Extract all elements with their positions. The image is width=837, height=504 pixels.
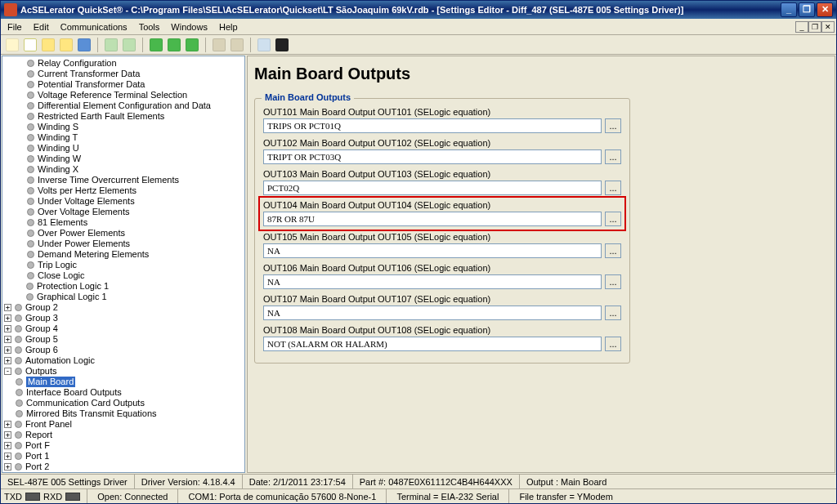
sync-icon[interactable] [186, 38, 199, 51]
tree-item[interactable]: Automation Logic [25, 355, 95, 366]
receive-icon[interactable] [168, 38, 181, 51]
expand-icon[interactable]: + [4, 463, 11, 471]
tree-item[interactable]: Group 2 [25, 302, 58, 313]
tree-item-main-board[interactable]: Main Board [26, 377, 75, 387]
out102-edit-button[interactable]: ... [605, 149, 621, 164]
folder2-icon[interactable] [60, 38, 73, 51]
tree-item[interactable]: Current Transformer Data [38, 69, 140, 79]
expand-icon[interactable]: + [4, 346, 11, 354]
maximize-button[interactable]: ❐ [799, 2, 815, 17]
out107-input[interactable] [263, 306, 602, 320]
tree-item[interactable]: Group 3 [25, 313, 58, 323]
expand-icon[interactable]: + [4, 304, 11, 311]
out108-edit-button[interactable]: ... [605, 337, 621, 351]
tree-item[interactable]: Port F [25, 440, 50, 451]
expand-icon[interactable]: + [4, 336, 11, 343]
conn-status: Open: Connected [91, 492, 174, 502]
out101-edit-button[interactable]: ... [605, 118, 621, 133]
status-output: Output : Main Board [520, 475, 613, 488]
tree-item[interactable]: Under Power Elements [38, 239, 130, 249]
titlebar[interactable]: AcSELerator QuickSet® - C:\Program Files… [1, 1, 836, 19]
menubar: File Edit Communications Tools Windows H… [1, 19, 836, 35]
out101-input[interactable] [263, 118, 602, 133]
mdi-close-button[interactable]: ✕ [821, 21, 835, 33]
tree-item[interactable]: Group 6 [25, 345, 58, 355]
tree-item[interactable]: Over Power Elements [38, 228, 125, 239]
tree-item[interactable]: 81 Elements [38, 217, 87, 228]
tree-item[interactable]: Mirrored Bits Transmit Equations [26, 408, 157, 419]
tree-item[interactable]: Port 1 [25, 451, 49, 462]
menu-edit[interactable]: Edit [29, 20, 54, 33]
out102-input[interactable] [263, 149, 602, 164]
tree-item[interactable]: Relay Configuration [38, 58, 117, 69]
tree-item[interactable]: Over Voltage Elements [38, 207, 130, 217]
expand-icon[interactable]: + [4, 442, 11, 449]
out108-input[interactable] [263, 337, 602, 351]
expand-icon[interactable]: + [4, 357, 11, 364]
expand-icon[interactable]: + [4, 431, 11, 439]
out105-input[interactable] [263, 243, 602, 258]
mdi-restore-button[interactable]: ❐ [808, 21, 821, 33]
tree-item[interactable]: Front Panel [25, 419, 72, 430]
action1-icon[interactable] [105, 38, 118, 51]
save-icon[interactable] [78, 38, 91, 51]
out103-edit-button[interactable]: ... [605, 181, 621, 195]
tree-item[interactable]: Communication Card Outputs [26, 398, 145, 408]
tree-item[interactable]: Demand Metering Elements [38, 249, 149, 260]
tool2-icon[interactable] [231, 38, 244, 51]
new-icon[interactable] [6, 38, 19, 51]
out105-edit-button[interactable]: ... [605, 243, 621, 258]
out104-input[interactable] [263, 212, 602, 226]
menu-tools[interactable]: Tools [134, 20, 165, 33]
collapse-icon[interactable]: - [4, 368, 11, 375]
tree-item[interactable]: Winding U [38, 143, 79, 154]
expand-icon[interactable]: + [4, 314, 11, 322]
open-icon[interactable] [24, 38, 37, 51]
tree-item[interactable]: Inverse Time Overcurrent Elements [38, 175, 179, 185]
tree-item[interactable]: Group 4 [25, 323, 58, 334]
close-button[interactable]: ✕ [817, 2, 833, 17]
expand-icon[interactable]: + [4, 325, 11, 332]
tree-item[interactable]: Winding W [38, 154, 81, 164]
tree-item[interactable]: Protection Logic 1 [37, 281, 109, 292]
tree-item[interactable]: Group 5 [25, 334, 58, 345]
hmi-icon[interactable] [257, 38, 271, 51]
mdi-minimize-button[interactable]: _ [795, 21, 808, 33]
send-icon[interactable] [150, 38, 163, 51]
tree-item[interactable]: Trip Logic [38, 260, 77, 270]
tree-item[interactable]: Winding T [38, 132, 78, 143]
tree-item[interactable]: Voltage Reference Terminal Selection [38, 90, 187, 100]
tree-item[interactable]: Restricted Earth Fault Elements [38, 111, 164, 122]
out106-input[interactable] [263, 274, 602, 289]
tree-item[interactable]: Outputs [25, 366, 57, 377]
tool1-icon[interactable] [213, 38, 226, 51]
expand-icon[interactable]: + [4, 421, 11, 428]
tree-item[interactable]: Report [25, 430, 52, 440]
menu-help[interactable]: Help [214, 20, 243, 33]
tree-item[interactable]: Winding X [38, 164, 78, 175]
menu-communications[interactable]: Communications [56, 20, 132, 33]
tree-item[interactable]: Under Voltage Elements [38, 196, 135, 207]
tree-item[interactable]: Winding S [38, 122, 78, 132]
terminal-icon[interactable] [275, 38, 289, 51]
menu-file[interactable]: File [2, 20, 27, 33]
tree-item[interactable]: Port 3 [25, 472, 49, 473]
folder-icon[interactable] [42, 38, 55, 51]
action2-icon[interactable] [123, 38, 136, 51]
tree-item[interactable]: Volts per Hertz Elements [38, 185, 137, 196]
tree-item[interactable]: Close Logic [38, 270, 84, 281]
out105-label: OUT105 Main Board Output OUT105 (SELogic… [263, 232, 621, 242]
out103-input[interactable] [263, 181, 602, 195]
expand-icon[interactable]: + [4, 453, 11, 460]
tree-item[interactable]: Differential Element Configuration and D… [38, 100, 211, 111]
tree-item[interactable]: Potential Transformer Data [38, 79, 145, 90]
out104-edit-button[interactable]: ... [605, 212, 621, 226]
tree-item[interactable]: Port 2 [25, 462, 49, 472]
settings-tree[interactable]: Relay Configuration Current Transformer … [2, 56, 245, 473]
out106-edit-button[interactable]: ... [605, 274, 621, 289]
menu-windows[interactable]: Windows [166, 20, 213, 33]
minimize-button[interactable]: _ [781, 2, 797, 17]
out107-edit-button[interactable]: ... [605, 306, 621, 320]
tree-item[interactable]: Interface Board Outputs [26, 387, 122, 398]
tree-item[interactable]: Graphical Logic 1 [37, 292, 107, 302]
